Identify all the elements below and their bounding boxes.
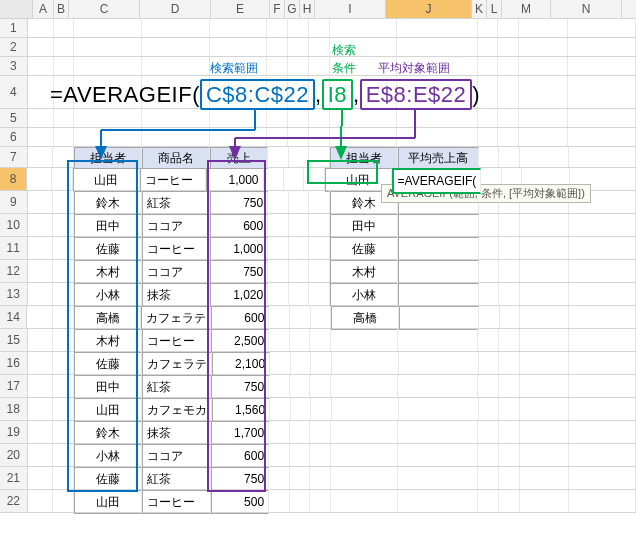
cell-B20[interactable] — [53, 444, 74, 466]
cell-B6[interactable] — [54, 128, 75, 146]
cell-C2[interactable] — [74, 38, 142, 56]
cell-K12[interactable] — [479, 260, 500, 282]
cell-K22[interactable] — [478, 490, 499, 512]
col-header-A[interactable]: A — [33, 0, 54, 18]
cell-B22[interactable] — [53, 490, 74, 512]
cell-A19[interactable] — [28, 421, 54, 443]
cell-I19[interactable] — [331, 421, 398, 443]
cell-I13[interactable]: 小林 — [330, 283, 398, 307]
cell-C16[interactable]: 佐藤 — [74, 352, 142, 376]
cell-H16[interactable] — [311, 352, 332, 374]
cell-E8[interactable]: 1,000 — [206, 168, 263, 192]
cell-M19[interactable] — [520, 421, 569, 443]
cell-G14[interactable] — [290, 306, 311, 328]
cell-L20[interactable] — [499, 444, 520, 466]
cell-A5[interactable] — [28, 109, 54, 127]
cell-G21[interactable] — [290, 467, 311, 489]
cell-N22[interactable] — [569, 490, 636, 512]
cell-G1[interactable] — [288, 19, 309, 37]
cell-M2[interactable] — [519, 38, 568, 56]
cell-K5[interactable] — [478, 109, 499, 127]
cell-K20[interactable] — [478, 444, 499, 466]
cell-D2[interactable] — [142, 38, 210, 56]
cell-C10[interactable]: 田中 — [74, 214, 142, 238]
cell-J11[interactable] — [398, 237, 479, 261]
cell-A8[interactable] — [27, 168, 52, 190]
cell-K4[interactable] — [478, 76, 499, 108]
cell-F16[interactable] — [270, 352, 291, 374]
cell-J2[interactable] — [397, 38, 477, 56]
cell-A21[interactable] — [28, 467, 54, 489]
row-header-13[interactable]: 13 — [0, 283, 28, 305]
cell-J13[interactable] — [398, 283, 479, 307]
cell-G15[interactable] — [290, 329, 311, 351]
cell-G3[interactable] — [288, 57, 309, 75]
row-header-5[interactable]: 5 — [0, 109, 28, 127]
cell-D16[interactable]: カフェラテ — [142, 352, 212, 376]
cell-L21[interactable] — [499, 467, 520, 489]
cell-G7[interactable] — [289, 147, 310, 167]
cell-D12[interactable]: ココア — [142, 260, 210, 284]
cell-J12[interactable] — [398, 260, 479, 284]
cell-M20[interactable] — [520, 444, 569, 466]
cell-G11[interactable] — [289, 237, 310, 259]
cell-A22[interactable] — [28, 490, 54, 512]
row-header-22[interactable]: 22 — [0, 490, 28, 512]
cell-A2[interactable] — [28, 38, 54, 56]
cell-C11[interactable]: 佐藤 — [74, 237, 142, 261]
cell-A17[interactable] — [28, 375, 54, 397]
cell-M7[interactable] — [520, 147, 569, 167]
col-header-L[interactable]: L — [487, 0, 502, 18]
cell-C5[interactable] — [74, 109, 142, 127]
cell-G2[interactable] — [288, 38, 309, 56]
cell-K17[interactable] — [478, 375, 499, 397]
cell-M1[interactable] — [519, 19, 568, 37]
cell-M15[interactable] — [520, 329, 569, 351]
cell-H1[interactable] — [309, 19, 330, 37]
cell-D14[interactable]: カフェラテ — [141, 306, 211, 330]
cell-M5[interactable] — [519, 109, 568, 127]
cell-C3[interactable] — [74, 57, 142, 75]
cell-C15[interactable]: 木村 — [74, 329, 142, 353]
cell-N20[interactable] — [569, 444, 636, 466]
cell-E10[interactable]: 600 — [210, 214, 268, 238]
cell-B17[interactable] — [53, 375, 74, 397]
cell-N18[interactable] — [569, 398, 636, 420]
cell-L13[interactable] — [499, 283, 520, 305]
cell-H21[interactable] — [310, 467, 331, 489]
cell-L10[interactable] — [499, 214, 520, 236]
cell-J6[interactable] — [397, 128, 477, 146]
cell-C7[interactable]: 担当者 — [74, 147, 142, 169]
cell-G16[interactable] — [291, 352, 312, 374]
cell-D13[interactable]: 抹茶 — [142, 283, 210, 307]
col-header-G[interactable]: G — [285, 0, 300, 18]
cell-D5[interactable] — [142, 109, 210, 127]
cell-E14[interactable]: 600 — [211, 306, 269, 330]
cell-A15[interactable] — [28, 329, 54, 351]
cell-F3[interactable] — [267, 57, 288, 75]
cell-H3[interactable] — [309, 57, 330, 75]
cell-H12[interactable] — [309, 260, 330, 282]
cell-M4[interactable] — [519, 76, 568, 108]
cell-J7[interactable]: 平均売上高 — [398, 147, 479, 169]
cell-B14[interactable] — [53, 306, 74, 328]
cell-G10[interactable] — [289, 214, 310, 236]
col-header-C[interactable]: C — [69, 0, 140, 18]
cell-M22[interactable] — [520, 490, 569, 512]
cell-E21[interactable]: 750 — [211, 467, 269, 491]
cell-I10[interactable]: 田中 — [330, 214, 398, 238]
cell-B7[interactable] — [53, 147, 74, 167]
cell-F8[interactable] — [264, 168, 284, 190]
cell-C6[interactable] — [74, 128, 142, 146]
cell-C8[interactable]: 山田 — [73, 168, 140, 192]
cell-K15[interactable] — [478, 329, 499, 351]
cell-J17[interactable] — [398, 375, 478, 397]
cell-N21[interactable] — [569, 467, 636, 489]
cell-G19[interactable] — [290, 421, 311, 443]
row-header-10[interactable]: 10 — [0, 214, 28, 236]
cell-L15[interactable] — [499, 329, 520, 351]
cell-A18[interactable] — [28, 398, 54, 420]
cell-B2[interactable] — [54, 38, 75, 56]
cell-L6[interactable] — [498, 128, 519, 146]
cell-H19[interactable] — [310, 421, 331, 443]
